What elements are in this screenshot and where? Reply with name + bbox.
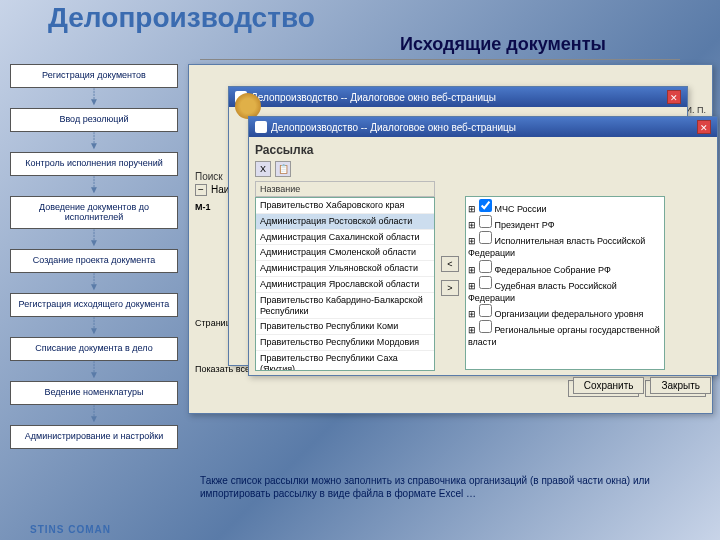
tree-checkbox[interactable] — [479, 231, 492, 244]
list-item[interactable]: Правительство Хабаровского края — [256, 198, 434, 214]
list-item[interactable]: Правительство Республики Саха (Якутия) — [256, 351, 434, 371]
save-button[interactable]: Сохранить — [573, 377, 645, 394]
column-header-name: Название — [255, 181, 435, 197]
expand-icon[interactable]: ⊞ — [468, 204, 479, 214]
arrow-down-icon: ┊▼ — [10, 134, 178, 150]
arrow-down-icon: ┊▼ — [10, 90, 178, 106]
list-item[interactable]: Правительство Кабардино-Балкарской Респу… — [256, 293, 434, 320]
paste-icon[interactable]: 📋 — [275, 161, 291, 177]
app-icon — [255, 121, 267, 133]
sidebar: Регистрация документов ┊▼ Ввод резолюций… — [10, 64, 178, 464]
expand-icon[interactable]: ⊞ — [468, 220, 479, 230]
tree-checkbox[interactable] — [479, 199, 492, 212]
arrow-down-icon: ┊▼ — [10, 319, 178, 335]
list-item[interactable]: Администрация Ярославской области — [256, 277, 434, 293]
move-right-button[interactable]: > — [441, 280, 459, 296]
list-item[interactable]: Администрация Ростовской области — [256, 214, 434, 230]
arrow-down-icon: ┊▼ — [10, 275, 178, 291]
tree-checkbox[interactable] — [479, 320, 492, 333]
list-item[interactable]: Правительство Республики Мордовия — [256, 335, 434, 351]
tree-item[interactable]: ⊞ Федеральное Собрание РФ — [468, 260, 662, 276]
sidebar-item-nomenclature[interactable]: Ведение номенклатуры — [10, 381, 178, 405]
page-subtitle: Исходящие документы — [200, 34, 680, 60]
list-item[interactable]: Администрация Смоленской области — [256, 245, 434, 261]
move-left-button[interactable]: < — [441, 256, 459, 272]
tree-item[interactable]: ⊞ Организации федерального уровня — [468, 304, 662, 320]
close-button[interactable]: Закрыть — [650, 377, 711, 394]
sidebar-item-register-docs[interactable]: Регистрация документов — [10, 64, 178, 88]
dialog-mailing-list: Делопроизводство -- Диалоговое окно веб-… — [248, 116, 718, 376]
expand-icon[interactable]: − — [195, 184, 207, 196]
tree-checkbox[interactable] — [479, 304, 492, 317]
sidebar-item-control[interactable]: Контроль исполнения поручений — [10, 152, 178, 176]
footer-logo: STINS COMAN — [30, 524, 111, 535]
arrow-down-icon: ┊▼ — [10, 231, 178, 247]
caption-text: Также список рассылки можно заполнить из… — [0, 464, 720, 500]
mailing-heading: Рассылка — [255, 143, 711, 157]
list-item[interactable]: Администрация Ульяновской области — [256, 261, 434, 277]
expand-icon[interactable]: ⊞ — [468, 281, 479, 291]
sidebar-item-filing[interactable]: Списание документа в дело — [10, 337, 178, 361]
sidebar-item-create-project[interactable]: Создание проекта документа — [10, 249, 178, 273]
arrow-down-icon: ┊▼ — [10, 363, 178, 379]
tree-item[interactable]: ⊞ МЧС России — [468, 199, 662, 215]
excel-import-icon[interactable]: X — [255, 161, 271, 177]
expand-icon[interactable]: ⊞ — [468, 236, 479, 246]
tree-checkbox[interactable] — [479, 260, 492, 273]
tree-item[interactable]: ⊞ Судебная власть Российской Федерации — [468, 276, 662, 304]
list-item[interactable]: Правительство Республики Коми — [256, 319, 434, 335]
expand-icon[interactable]: ⊞ — [468, 325, 479, 335]
page-title: Делопроизводство — [0, 0, 720, 34]
sidebar-item-admin[interactable]: Администрирование и настройки — [10, 425, 178, 449]
tree-item[interactable]: ⊞ Исполнительная власть Российской Федер… — [468, 231, 662, 259]
close-icon[interactable]: ✕ — [667, 90, 681, 104]
dialog-title: Делопроизводство -- Диалоговое окно веб-… — [251, 92, 496, 103]
expand-icon[interactable]: ⊞ — [468, 265, 479, 275]
tree-checkbox[interactable] — [479, 276, 492, 289]
tree-item[interactable]: ⊞ Президент РФ — [468, 215, 662, 231]
arrow-down-icon: ┊▼ — [10, 407, 178, 423]
close-icon[interactable]: ✕ — [697, 120, 711, 134]
tree-item[interactable]: ⊞ Региональные органы государственной вл… — [468, 320, 662, 348]
tree-checkbox[interactable] — [479, 215, 492, 228]
org-listbox[interactable]: Правительство Хабаровского краяАдминистр… — [255, 197, 435, 371]
sidebar-item-resolutions[interactable]: Ввод резолюций — [10, 108, 178, 132]
expand-icon[interactable]: ⊞ — [468, 309, 479, 319]
sidebar-item-register-outgoing[interactable]: Регистрация исходящего документа — [10, 293, 178, 317]
arrow-down-icon: ┊▼ — [10, 178, 178, 194]
reference-tree[interactable]: ⊞ МЧС России⊞ Президент РФ⊞ Исполнительн… — [465, 196, 665, 370]
list-item[interactable]: Администрация Сахалинской области — [256, 230, 434, 246]
sidebar-item-deliver[interactable]: Доведение документов до исполнителей — [10, 196, 178, 230]
dialog-title-front: Делопроизводство -- Диалоговое окно веб-… — [271, 122, 516, 133]
